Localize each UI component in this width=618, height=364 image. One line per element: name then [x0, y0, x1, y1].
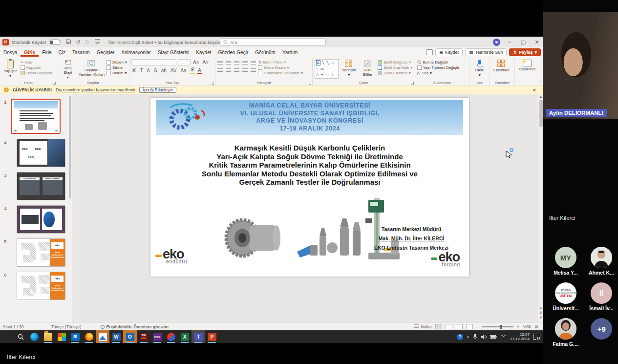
drawing-dialog-launcher[interactable] [411, 82, 414, 85]
taskbar-edge-icon[interactable] [27, 330, 41, 343]
tab-yard-m[interactable]: Yardım [279, 48, 301, 57]
thumbnail-scrollbar[interactable] [68, 94, 72, 322]
tab--iz[interactable]: Çiz [55, 48, 69, 57]
italic-button[interactable]: T [139, 68, 144, 73]
webcam-video-aylin[interactable]: Aylin DELİORMANLI [543, 12, 618, 119]
notes-toggle[interactable]: Notlar [421, 324, 432, 329]
taskbar-search-icon[interactable] [14, 330, 27, 343]
tab-g-r-n-m[interactable]: Görünüm [252, 48, 279, 57]
tab-dosya[interactable]: Dosya [0, 48, 21, 57]
tab-slayt-g-sterisi[interactable]: Slayt Gösterisi [154, 48, 192, 57]
slide-sorter-view-button[interactable] [446, 324, 452, 329]
underline-button[interactable]: A [146, 68, 151, 73]
slide-canvas[interactable]: MANİSA CELAL BAYAR ÜNİVERSİTESİVI. ULUSA… [150, 98, 469, 277]
taskbar-file-explorer-icon[interactable] [41, 330, 55, 343]
slide-indicator[interactable]: Slayt 1 / 30 [3, 324, 24, 329]
justify-icon[interactable] [242, 68, 248, 73]
slide-thumbnail-4[interactable] [17, 205, 65, 234]
shape-effects-button[interactable]: Şekil Efektleri▾ [378, 71, 413, 75]
taskbar-mail-icon[interactable]: ✉ [68, 330, 82, 343]
bold-button[interactable]: K [131, 68, 137, 73]
taskbar-word-icon[interactable]: W [109, 330, 123, 343]
record-button[interactable]: ◉Kaydet [435, 48, 463, 56]
bullets-icon[interactable] [217, 61, 223, 65]
arrange-button[interactable]: Yerleştir▾ [341, 59, 357, 80]
paragraph-dialog-launcher[interactable] [309, 82, 311, 85]
copy-button[interactable]: Kopyala [21, 65, 52, 70]
notification-center-icon[interactable]: 14 [533, 334, 540, 340]
slide-thumbnail-5[interactable]: -ekoMetal Şekillendirme Fabrika Ürünleri [17, 238, 65, 267]
participant--niversit-[interactable]: MANİSACELAL BAYAR ÜNİVERSİTESİÜSİTEMÜniv… [549, 282, 583, 311]
align-text-button[interactable]: Metni Hizala▾ [258, 65, 302, 70]
thumbnail-number[interactable]: 4 [0, 205, 11, 234]
close-icon[interactable]: ✕ [533, 39, 541, 45]
font-size-select[interactable] [178, 59, 191, 65]
undo-icon[interactable]: ↺ [76, 39, 80, 45]
paste-button[interactable]: Yapıştır▾ [2, 59, 19, 80]
line-spacing-icon[interactable] [251, 61, 256, 65]
shadow-button[interactable]: ab [160, 68, 168, 73]
tab-giri-[interactable]: Giriş [21, 48, 39, 57]
taskbar-excel-icon[interactable]: X [178, 330, 192, 343]
collapse-ribbon-icon[interactable]: ⌃ [538, 80, 541, 85]
text-direction-button[interactable]: ⇅Metin Yönü▾ [258, 60, 302, 64]
reuse-slides-button[interactable]: Slaytları Yeniden Kullan [79, 59, 105, 80]
align-center-icon[interactable] [226, 68, 231, 73]
fit-to-window-icon[interactable]: ⊡ [534, 324, 541, 329]
indent-decrease-icon[interactable] [234, 61, 239, 65]
participant-fatma-g-[interactable]: Fatma G.... [549, 318, 583, 347]
find-replace-button[interactable]: Bul ve Değiştir [417, 60, 460, 64]
taskbar-firefox-icon[interactable] [82, 330, 96, 343]
tab-animasyonlar[interactable]: Animasyonlar [118, 48, 154, 57]
language-indicator[interactable]: Türkçe (Türkiye) [51, 324, 82, 329]
font-name-select[interactable] [131, 59, 176, 65]
normal-view-button[interactable] [435, 324, 442, 329]
tab-g-zden-ge-ir[interactable]: Gözden Geçir [215, 48, 252, 57]
document-title[interactable]: İlter Kilerci Dişli Soket • bu bilgisaya… [108, 40, 229, 45]
share-button[interactable]: ⇧Paylaş▾ [509, 48, 541, 56]
align-right-icon[interactable] [234, 68, 239, 73]
thumbnail-number[interactable]: 1 [0, 99, 11, 134]
participant-ahmet-k-[interactable]: Ahmet K... [584, 247, 618, 276]
participant-melisa-y-[interactable]: MYMelisa Y... [549, 247, 583, 276]
tray-clock[interactable]: 15:07 17.12.2024 [510, 332, 530, 341]
slide-thumbnail-2[interactable]: ekoekoeko [17, 139, 65, 167]
battery-icon[interactable] [490, 335, 497, 339]
editor-scrollbar[interactable]: ▲ ≙ ≚ ▼ [538, 94, 543, 322]
reset-button[interactable]: Sıfırla [107, 65, 127, 70]
zoom-in-button[interactable]: + [517, 324, 519, 329]
microphone-tray-icon[interactable] [473, 334, 477, 340]
security-close-icon[interactable]: ✕ [533, 87, 536, 93]
next-slide-button[interactable]: ≚ [538, 311, 543, 315]
shapes-gallery[interactable]: A ╲ ╲ □ ○ ▭ △ ⌐ ⇨ ⇩ ▱ ∿ ⌒ { } ☆ [315, 59, 339, 79]
font-color-button[interactable]: A [197, 67, 202, 74]
present-icon[interactable] [95, 39, 100, 45]
select-button[interactable]: ▷Seç▾ [417, 71, 460, 75]
section-button[interactable]: Bölüm▾ [107, 71, 127, 75]
quick-styles-button[interactable]: Hızlı Stiller [359, 59, 376, 80]
speaker-icon[interactable] [481, 334, 487, 340]
highlight-color-button[interactable]: 𝓛 [190, 67, 195, 74]
thumbnail-number[interactable]: 5 [0, 238, 11, 267]
taskbar-outlook-icon[interactable]: O [123, 330, 137, 343]
account-avatar[interactable]: İK [493, 39, 500, 46]
accessibility-status[interactable]: Erişilebilirlik: Önerilere göz atın [106, 324, 169, 329]
taskbar-app-tiles-icon[interactable] [55, 330, 68, 343]
slide-thumbnail-3[interactable]: COLD FORGINGMETAL FORMING [17, 172, 65, 200]
taskbar-teams-icon[interactable]: T [192, 330, 205, 343]
spacing-button[interactable]: AV [170, 68, 178, 73]
slide-thumbnail-6[interactable]: -ekoMetal Şekillendirme Fabrika Ürünleri [17, 272, 65, 300]
shrink-font-icon[interactable]: A˅ [202, 60, 210, 65]
thumbnail-number[interactable]: 3 [0, 172, 11, 200]
tab-ge-i-ler[interactable]: Geçişler [93, 48, 118, 57]
numbering-icon[interactable] [226, 61, 231, 65]
zoom-out-button[interactable]: − [476, 324, 479, 329]
taskbar-photos-viewer-icon[interactable] [96, 330, 109, 343]
tray-expand-icon[interactable]: ∧ [467, 335, 469, 339]
replace-fonts-button[interactable]: Yazı Tiplerini Değiştir [417, 65, 460, 70]
new-slide-button[interactable]: Yeni Slayt▾ [59, 59, 77, 80]
strikethrough-button[interactable]: S [153, 68, 158, 73]
participant-+9[interactable]: +9 [584, 318, 618, 340]
previous-slide-button[interactable]: ≙ [538, 306, 543, 311]
save-icon[interactable] [66, 39, 71, 45]
